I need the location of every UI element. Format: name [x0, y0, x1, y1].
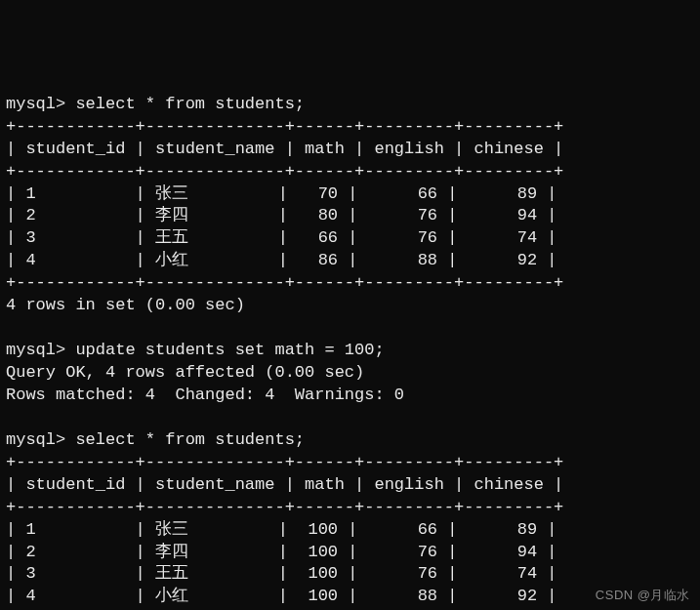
table-row: | 4 | 小红 | 100 | 88 | 92 |	[6, 587, 557, 605]
table-border: +------------+--------------+------+----…	[6, 117, 563, 136]
prompt: mysql>	[6, 95, 65, 113]
sql-select-2: select * from students;	[75, 430, 305, 449]
rows-in-set: 4 rows in set (0.00 sec)	[6, 296, 245, 314]
table-row: | 2 | 李四 | 80 | 76 | 94 |	[6, 206, 557, 224]
update-result-2: Rows matched: 4 Changed: 4 Warnings: 0	[6, 386, 404, 404]
table-header: | student_id | student_name | math | eng…	[6, 475, 563, 494]
sql-update: update students set math = 100;	[75, 341, 384, 359]
table-border: +------------+--------------+------+----…	[6, 162, 563, 181]
table-row: | 1 | 张三 | 70 | 66 | 89 |	[6, 184, 557, 203]
sql-select-1: select * from students;	[75, 95, 305, 113]
table-row: | 4 | 小红 | 86 | 88 | 92 |	[6, 251, 557, 269]
watermark: CSDN @月临水	[596, 587, 690, 604]
prompt: mysql>	[6, 341, 65, 359]
table-border: +------------+--------------+------+----…	[6, 273, 563, 292]
table-row: | 2 | 李四 | 100 | 76 | 94 |	[6, 543, 557, 561]
table-border: +------------+--------------+------+----…	[6, 453, 563, 471]
update-result-1: Query OK, 4 rows affected (0.00 sec)	[6, 363, 364, 382]
terminal-output: mysql> select * from students; +--------…	[6, 94, 694, 610]
prompt: mysql>	[6, 430, 65, 449]
table-border: +------------+--------------+------+----…	[6, 498, 563, 516]
table-row: | 3 | 王五 | 66 | 76 | 74 |	[6, 228, 557, 247]
table-row: | 1 | 张三 | 100 | 66 | 89 |	[6, 520, 557, 539]
table-row: | 3 | 王五 | 100 | 76 | 74 |	[6, 564, 557, 583]
table-header: | student_id | student_name | math | eng…	[6, 140, 563, 158]
